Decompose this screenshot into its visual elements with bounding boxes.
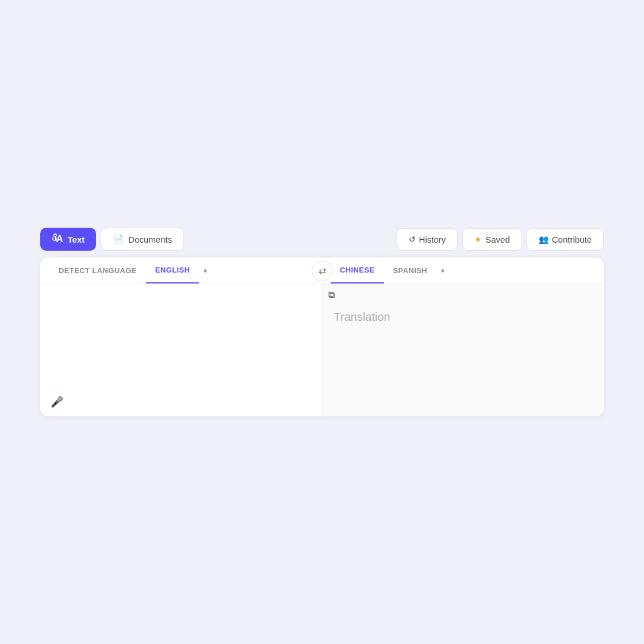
top-nav: ᭄A Text 📄 Documents ↺ History ★ Saved 👥 … xyxy=(40,228,604,251)
documents-tab-label: Documents xyxy=(128,235,172,244)
source-text-input[interactable] xyxy=(52,293,310,407)
swap-languages-button[interactable]: ⇄ xyxy=(312,260,332,281)
source-text-area: 🎤 xyxy=(40,284,323,416)
people-icon: 👥 xyxy=(539,235,549,244)
microphone-icon: 🎤 xyxy=(51,396,63,408)
star-icon: ★ xyxy=(474,235,482,244)
detect-language-option[interactable]: DETECT LANGUAGE xyxy=(49,258,146,283)
copy-translation-button[interactable]: ⧉ xyxy=(328,290,335,300)
nav-right: ↺ History ★ Saved 👥 Contribute xyxy=(397,228,604,251)
translation-card: DETECT LANGUAGE ENGLISH ▾ ⇄ CHINESE SPAN… xyxy=(40,258,604,416)
nav-left: ᭄A Text 📄 Documents xyxy=(40,228,184,251)
target-text-area: ⧉ Translation xyxy=(323,284,604,416)
microphone-button[interactable]: 🎤 xyxy=(51,396,63,408)
copy-icon: ⧉ xyxy=(328,290,335,300)
history-icon: ↺ xyxy=(409,235,416,244)
spanish-language-option[interactable]: SPANISH xyxy=(384,258,437,283)
chinese-language-option[interactable]: CHINESE xyxy=(331,258,384,283)
saved-label: Saved xyxy=(485,235,510,244)
translation-placeholder-text: Translation xyxy=(334,310,593,324)
target-lang-chevron-icon[interactable]: ▾ xyxy=(436,259,449,283)
contribute-button[interactable]: 👥 Contribute xyxy=(527,228,604,251)
saved-button[interactable]: ★ Saved xyxy=(462,228,522,251)
history-button[interactable]: ↺ History xyxy=(397,228,458,251)
english-language-option[interactable]: ENGLISH xyxy=(146,258,200,283)
text-areas-row: 🎤 ⧉ Translation xyxy=(40,284,604,416)
documents-tab-button[interactable]: 📄 Documents xyxy=(101,228,184,251)
translate-icon: ᭄A xyxy=(52,234,63,244)
text-tab-label: Text xyxy=(68,235,85,244)
contribute-label: Contribute xyxy=(552,235,592,244)
swap-icon: ⇄ xyxy=(319,265,326,276)
source-lang-chevron-icon[interactable]: ▾ xyxy=(199,259,212,283)
document-icon: 📄 xyxy=(113,234,124,244)
history-label: History xyxy=(419,235,446,244)
language-selector-row: DETECT LANGUAGE ENGLISH ▾ ⇄ CHINESE SPAN… xyxy=(40,258,604,284)
app-container: ᭄A Text 📄 Documents ↺ History ★ Saved 👥 … xyxy=(40,228,604,416)
target-lang-selector: CHINESE SPANISH ▾ xyxy=(313,258,595,283)
text-tab-button[interactable]: ᭄A Text xyxy=(40,228,96,251)
source-lang-selector: DETECT LANGUAGE ENGLISH ▾ xyxy=(49,258,313,283)
